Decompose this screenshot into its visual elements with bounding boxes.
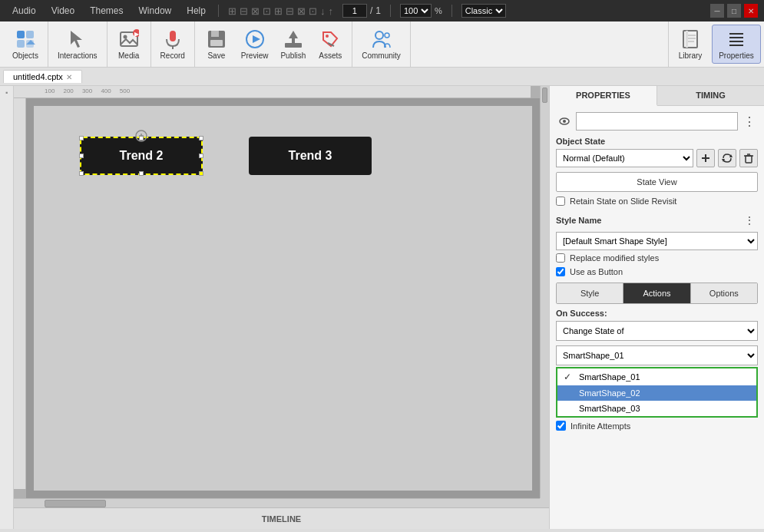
- svg-rect-1: [26, 31, 34, 38]
- handle-br[interactable]: [199, 171, 203, 176]
- handle-ml[interactable]: [79, 154, 84, 158]
- svg-point-21: [375, 31, 383, 39]
- community-label: Community: [362, 51, 401, 60]
- h-scrollbar-thumb[interactable]: [45, 500, 106, 507]
- window-controls: ─ □ ✕: [710, 4, 758, 18]
- maximize-button[interactable]: □: [727, 4, 741, 18]
- page-total: 1: [375, 5, 381, 16]
- menu-video[interactable]: Video: [45, 4, 81, 18]
- media-tool[interactable]: ▶ Media: [112, 25, 146, 63]
- tab-timing[interactable]: TIMING: [657, 86, 764, 105]
- zoom-label: %: [435, 6, 442, 15]
- book-icon: [680, 28, 701, 50]
- style-more-button[interactable]: ⋮: [741, 212, 758, 229]
- handle-tm[interactable]: [139, 136, 144, 140]
- svg-rect-13: [211, 31, 219, 37]
- objects-label: Objects: [12, 51, 38, 60]
- pointer-icon: [67, 28, 88, 50]
- dropdown-item-1[interactable]: SmartShape_02: [557, 385, 756, 401]
- state-view-button[interactable]: State View: [556, 172, 758, 192]
- community-tool[interactable]: Community: [357, 25, 405, 63]
- left-sidebar: ▪: [0, 86, 14, 529]
- menu-help[interactable]: Help: [180, 4, 212, 18]
- library-tool[interactable]: Library: [669, 25, 712, 63]
- svg-rect-41: [746, 156, 752, 163]
- close-button[interactable]: ✕: [744, 4, 758, 18]
- options-tab[interactable]: Options: [691, 283, 757, 303]
- svg-point-7: [123, 35, 127, 39]
- use-as-button-row: Use as Button: [556, 267, 758, 276]
- zoom-select[interactable]: 100 75 50 150: [400, 4, 432, 18]
- svg-marker-16: [253, 35, 260, 43]
- canvas-tab[interactable]: untitled4.cptx ✕: [3, 70, 82, 83]
- retain-state-checkbox[interactable]: [556, 197, 565, 206]
- image-icon: ▶: [118, 28, 140, 50]
- state-select[interactable]: Normal (Default): [556, 149, 693, 167]
- menu-window[interactable]: Window: [133, 4, 178, 18]
- handle-tr[interactable]: [199, 136, 203, 140]
- use-as-button-checkbox[interactable]: [556, 267, 565, 276]
- handle-bl[interactable]: [79, 171, 84, 176]
- dropdown-item-label-1: SmartShape_02: [579, 388, 640, 398]
- save-tool[interactable]: Save: [200, 25, 233, 63]
- style-dropdown[interactable]: [Default Smart Shape Style]: [556, 232, 758, 250]
- record-tool[interactable]: Record: [156, 25, 190, 63]
- v-scrollbar[interactable]: [540, 86, 549, 498]
- classic-select[interactable]: Classic: [461, 4, 506, 18]
- actions-tab[interactable]: Actions: [623, 283, 690, 303]
- floppy-icon: [206, 28, 227, 50]
- properties-tool[interactable]: Properties: [712, 25, 761, 64]
- retain-state-row: Retain State on Slide Revisit: [556, 197, 758, 206]
- assets-label: Assets: [319, 51, 342, 60]
- properties-label: Properties: [719, 51, 754, 60]
- publish-label: Publish: [280, 51, 306, 60]
- svg-point-22: [385, 33, 389, 38]
- tag-icon: [319, 28, 341, 50]
- more-options-button[interactable]: ⋮: [741, 113, 758, 130]
- refresh-state-button[interactable]: [718, 149, 736, 167]
- tab-properties[interactable]: PROPERTIES: [550, 86, 657, 106]
- infinite-attempts-checkbox[interactable]: [556, 421, 566, 431]
- handle-tl[interactable]: [79, 136, 84, 140]
- assets-tool[interactable]: Assets: [313, 25, 347, 63]
- canvas-tab-close[interactable]: ✕: [66, 73, 72, 81]
- toolbar-group-community: Community: [352, 21, 411, 67]
- style-name-header: Style Name ⋮: [556, 212, 758, 229]
- style-tab[interactable]: Style: [557, 283, 623, 303]
- dropdown-item-0[interactable]: ✓ SmartShape_01: [557, 368, 756, 385]
- menu-themes[interactable]: Themes: [84, 4, 129, 18]
- main-layout: ▪ 100 200 300 400 500: [0, 86, 764, 529]
- page-current-input[interactable]: 1: [342, 4, 367, 18]
- replace-modified-checkbox[interactable]: [556, 253, 565, 263]
- handle-mr[interactable]: [199, 154, 203, 158]
- eye-button[interactable]: [556, 113, 573, 130]
- on-success-select[interactable]: Change State of: [556, 321, 758, 341]
- menu-audio[interactable]: Audio: [6, 4, 42, 18]
- replace-modified-label: Replace modified styles: [570, 253, 659, 263]
- object-name-input[interactable]: SmartShape_02: [576, 112, 738, 131]
- handle-bm[interactable]: [139, 171, 144, 176]
- ruler-top: 100 200 300 400 500: [14, 86, 531, 98]
- objects-tool[interactable]: Objects: [8, 25, 43, 63]
- preview-tool[interactable]: Preview: [236, 25, 273, 63]
- media-label: Media: [118, 51, 139, 60]
- shape-trend2[interactable]: Trend 2: [80, 137, 203, 175]
- save-label: Save: [207, 51, 225, 60]
- add-state-button[interactable]: [696, 149, 715, 167]
- svg-marker-5: [71, 31, 82, 48]
- svg-rect-14: [210, 40, 223, 46]
- canvas-container: 100 200 300 400 500: [14, 86, 549, 529]
- minimize-button[interactable]: ─: [710, 4, 724, 18]
- eye-icon: [558, 115, 571, 127]
- delete-state-button[interactable]: [739, 149, 758, 167]
- target-dropdown-container: SmartShape_01 ✓ SmartShape_01 SmartShape…: [556, 345, 758, 418]
- h-scrollbar[interactable]: [14, 498, 540, 507]
- slide-canvas[interactable]: Trend 2 Trend 3: [26, 98, 540, 498]
- target-select[interactable]: SmartShape_01: [556, 345, 758, 365]
- svg-rect-2: [17, 40, 25, 48]
- v-scrollbar-thumb[interactable]: [542, 88, 547, 103]
- dropdown-item-2[interactable]: SmartShape_03: [557, 401, 756, 416]
- shape-trend3[interactable]: Trend 3: [249, 137, 372, 175]
- interactions-tool[interactable]: Interactions: [53, 25, 102, 63]
- publish-tool[interactable]: Publish: [276, 25, 310, 63]
